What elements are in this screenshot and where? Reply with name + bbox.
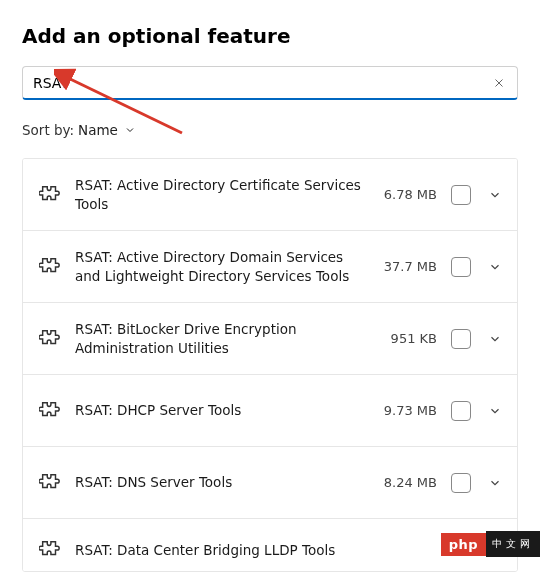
watermark: php 中文网: [441, 531, 540, 557]
feature-size: 37.7 MB: [381, 259, 437, 274]
feature-name: RSAT: DHCP Server Tools: [75, 401, 381, 420]
chevron-down-icon: [124, 124, 136, 136]
feature-row[interactable]: RSAT: DNS Server Tools 8.24 MB: [23, 447, 517, 519]
feature-name: RSAT: BitLocker Drive Encryption Adminis…: [75, 320, 381, 358]
sort-label: Sort by:: [22, 122, 74, 138]
sort-row: Sort by: Name: [22, 122, 518, 138]
feature-list: RSAT: Active Directory Certificate Servi…: [22, 158, 518, 572]
chevron-down-icon: [488, 260, 502, 274]
feature-name: RSAT: Active Directory Certificate Servi…: [75, 176, 381, 214]
puzzle-icon: [39, 472, 61, 494]
chevron-down-icon: [488, 404, 502, 418]
puzzle-icon: [39, 400, 61, 422]
sort-value: Name: [78, 122, 118, 138]
feature-row[interactable]: RSAT: Active Directory Domain Services a…: [23, 231, 517, 303]
feature-name: RSAT: Active Directory Domain Services a…: [75, 248, 381, 286]
sort-button[interactable]: Name: [78, 122, 136, 138]
feature-row[interactable]: RSAT: DHCP Server Tools 9.73 MB: [23, 375, 517, 447]
search-input[interactable]: [33, 75, 489, 91]
feature-size: 951 KB: [381, 331, 437, 346]
feature-checkbox[interactable]: [451, 401, 471, 421]
feature-size: 9.73 MB: [381, 403, 437, 418]
expand-button[interactable]: [485, 401, 505, 421]
puzzle-icon: [39, 539, 61, 561]
feature-name: RSAT: Data Center Bridging LLDP Tools: [75, 541, 435, 560]
expand-button[interactable]: [485, 329, 505, 349]
feature-name: RSAT: DNS Server Tools: [75, 473, 381, 492]
watermark-left: php: [441, 533, 486, 556]
expand-button[interactable]: [485, 257, 505, 277]
close-icon: [493, 77, 505, 89]
clear-search-button[interactable]: [489, 73, 509, 93]
chevron-down-icon: [488, 332, 502, 346]
feature-row[interactable]: RSAT: Active Directory Certificate Servi…: [23, 159, 517, 231]
search-field-container[interactable]: [22, 66, 518, 100]
feature-size: 8.24 MB: [381, 475, 437, 490]
puzzle-icon: [39, 328, 61, 350]
expand-button[interactable]: [485, 185, 505, 205]
watermark-right: 中文网: [486, 531, 540, 557]
feature-checkbox[interactable]: [451, 473, 471, 493]
expand-button[interactable]: [485, 473, 505, 493]
page-title: Add an optional feature: [22, 24, 518, 48]
puzzle-icon: [39, 184, 61, 206]
feature-row[interactable]: RSAT: BitLocker Drive Encryption Adminis…: [23, 303, 517, 375]
feature-checkbox[interactable]: [451, 257, 471, 277]
feature-size: 6.78 MB: [381, 187, 437, 202]
chevron-down-icon: [488, 476, 502, 490]
feature-checkbox[interactable]: [451, 185, 471, 205]
feature-checkbox[interactable]: [451, 329, 471, 349]
chevron-down-icon: [488, 188, 502, 202]
puzzle-icon: [39, 256, 61, 278]
